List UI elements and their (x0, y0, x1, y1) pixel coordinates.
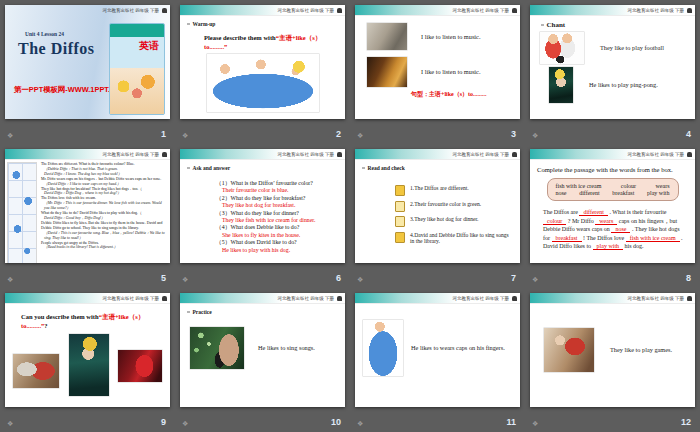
slide-cell-6[interactable]: 河北教育出版社 四年级 下册Ask and answer（1）What is t… (175, 144, 350, 288)
slide-tool-icon: ❖ (357, 276, 363, 283)
check-item-text: 1.The Diffos are different. (410, 185, 469, 192)
section-label: Warm-up (187, 21, 345, 27)
word-box-word: play with (647, 190, 670, 196)
photo-football-stadium-image (118, 350, 162, 382)
slide-cell-4[interactable]: 河北教育出版社 四年级 下册ChantThey like to play foo… (525, 0, 700, 144)
content-row: He likes to play ping-pong. (540, 67, 687, 103)
slide-cell-5[interactable]: 河北教育出版社 四年级 下册The Diffos are different. … (0, 144, 175, 288)
qa-section: （1）What is the Diffos’ favourite color?T… (180, 180, 345, 254)
label-bullet-icon (541, 24, 544, 27)
row-text: He likes to sing songs. (258, 344, 315, 352)
slide-grid: 河北教育出版社 四年级 下册Unit 4 Lesson 24The Diffos… (0, 0, 700, 432)
slide-tool-icon: ❖ (7, 276, 13, 283)
row-text: They like to play football (600, 44, 664, 52)
label-bullet-icon (187, 23, 190, 26)
section-label: Ask and answer (187, 165, 345, 171)
slide-thumb-10: 河北教育出版社 四年级 下册PracticeHe likes to sing s… (180, 293, 345, 407)
slide-tool-icon: ❖ (532, 276, 538, 283)
row-text: He likes to play ping-pong. (589, 81, 658, 89)
happy-face-icon (395, 185, 405, 196)
slide-thumb-3: 河北教育出版社 四年级 下册I like to listen to music.… (355, 5, 520, 119)
passage-segment: different (579, 209, 608, 216)
slide-cell-3[interactable]: 河北教育出版社 四年级 下册I like to listen to music.… (350, 0, 525, 144)
check-item: 4.David and Debbie Diffo like to sing so… (395, 232, 509, 245)
comic-strip-image (7, 162, 37, 263)
heading-segment: ? (44, 322, 47, 329)
story-line: （Read books in the library! That is diff… (41, 245, 167, 250)
cartoon-diffos-family-image (207, 54, 319, 112)
passage-segment: fish with ice cream (626, 235, 680, 242)
sad-face-icon (395, 216, 405, 227)
sentence-pattern-text: 句型：主语+like（s）to......... (411, 90, 520, 99)
photo-reading-books-image (367, 57, 407, 87)
passage-segment: his dog. (623, 243, 644, 249)
row-text: He likes to wears caps on his fingers. (411, 344, 505, 352)
passage-segment: breakfast (552, 235, 582, 242)
press-name-text: 河北教育出版社 四年级 下册 (102, 8, 159, 13)
press-logo-icon (337, 8, 342, 13)
slide-thumb-1: 河北教育出版社 四年级 下册Unit 4 Lesson 24The Diffos… (5, 5, 170, 119)
story-line: （Mr. Diffo：This is our favourite dinner.… (41, 201, 167, 211)
content-row: They like to play football (540, 32, 687, 64)
slide-thumb-6: 河北教育出版社 四年级 下册Ask and answer（1）What is t… (180, 149, 345, 263)
slide-cell-12[interactable]: 河北教育出版社 四年级 下册They like to play games.❖1… (525, 288, 700, 432)
press-logo-icon (337, 296, 342, 301)
slide-header: 河北教育出版社 四年级 下册 (180, 5, 345, 16)
word-box-row: nosedifferentbreakfastplay with (556, 190, 670, 196)
section-label: Practice (187, 309, 345, 315)
content-row: I like to listen to music. (367, 23, 510, 50)
heading-segment: Please describe them with (204, 34, 276, 41)
passage-segment: play with (593, 243, 624, 250)
slide-cell-10[interactable]: 河北教育出版社 四年级 下册PracticeHe likes to sing s… (175, 288, 350, 432)
image-row (180, 54, 345, 112)
textbook-cover-art (110, 68, 164, 114)
word-box-word: wears (656, 183, 670, 189)
slide-cell-9[interactable]: 河北教育出版社 四年级 下册Can you describe them with… (0, 288, 175, 432)
press-logo-icon (687, 296, 692, 301)
passage-segment: nose (611, 226, 630, 233)
question-text: （4）What does Debbie like to do? (216, 224, 345, 231)
slide-thumb-5: 河北教育出版社 四年级 下册The Diffos are different. … (5, 149, 170, 263)
slide-header: 河北教育出版社 四年级 下册 (530, 5, 695, 16)
slide-number: 7 (511, 273, 516, 283)
press-logo-icon (162, 296, 167, 301)
slide-cell-11[interactable]: 河北教育出版社 四年级 下册He likes to wears caps on … (350, 288, 525, 432)
slide-tool-icon: ❖ (357, 132, 363, 139)
textbook-title-text: 英语 (110, 37, 164, 53)
slide-number: 4 (686, 129, 691, 139)
slide-heading: Please describe them with“主语+like（s）to..… (204, 34, 326, 51)
word-box: fish with ice creamcolourwearsnosediffer… (547, 178, 679, 201)
slide-header: 河北教育出版社 四年级 下册 (355, 149, 520, 160)
check-item: 3.They like hot dog for dinner. (395, 216, 509, 227)
photo-singer-image (190, 327, 244, 369)
slide-number: 5 (161, 273, 166, 283)
photo-boys-couch-image (13, 354, 59, 388)
slide-tool-icon: ❖ (532, 420, 538, 427)
slide-header: 河北教育出版社 四年级 下册 (5, 149, 170, 160)
content-row: They like to play games. (544, 328, 689, 372)
passage-segment: ! The Diffos love (582, 235, 626, 241)
slide-cell-8[interactable]: 河北教育出版社 四年级 下册Complete the passage with … (525, 144, 700, 288)
slide-number: 3 (511, 129, 516, 139)
label-bullet-icon (362, 167, 365, 170)
slide-cell-2[interactable]: 河北教育出版社 四年级 下册Warm-upPlease describe the… (175, 0, 350, 144)
passage-segment: colour (543, 218, 566, 225)
story-section: The Diffos are different. What is their … (5, 160, 170, 263)
photo-boys-gaming-image (544, 328, 594, 372)
slide-header: 河北教育出版社 四年级 下册 (530, 293, 695, 304)
heading-segment: Can you describe them with (21, 313, 99, 320)
passage-segment: wears (595, 218, 617, 225)
slide-number: 2 (336, 129, 341, 139)
slide-header: 河北教育出版社 四年级 下册 (180, 293, 345, 304)
cartoon-mr-diffo-image (363, 320, 403, 376)
content-row: I like to listen to music. (367, 57, 510, 87)
question-text: （5）What does David like to do? (216, 239, 345, 246)
slide-thumb-11: 河北教育出版社 四年级 下册He likes to wears caps on … (355, 293, 520, 407)
word-box-word: colour (621, 183, 636, 189)
sad-face-icon (395, 201, 405, 212)
word-box-word: breakfast (612, 190, 634, 196)
label-bullet-icon (187, 167, 190, 170)
press-name-text: 河北教育出版社 四年级 下册 (102, 152, 159, 157)
slide-cell-1[interactable]: 河北教育出版社 四年级 下册Unit 4 Lesson 24The Diffos… (0, 0, 175, 144)
slide-cell-7[interactable]: 河北教育出版社 四年级 下册Read and check1.The Diffos… (350, 144, 525, 288)
